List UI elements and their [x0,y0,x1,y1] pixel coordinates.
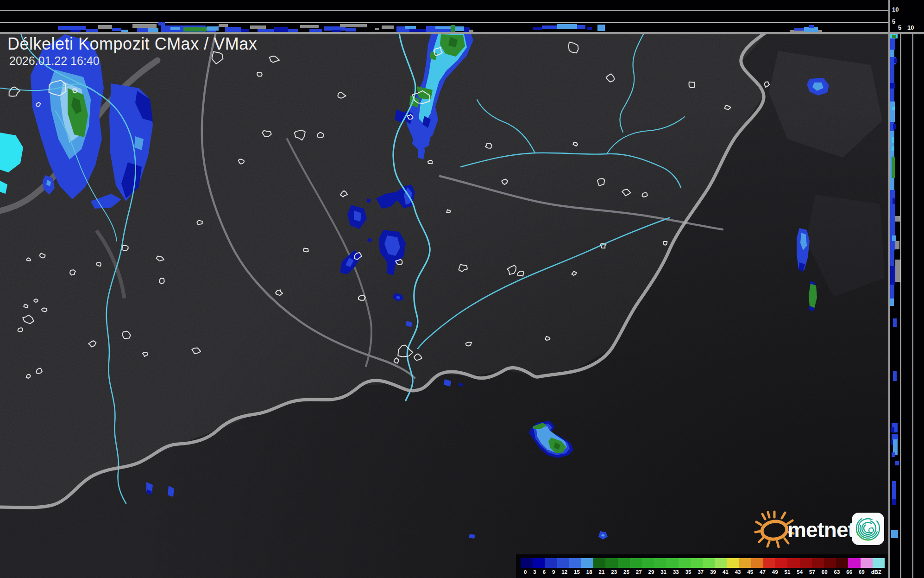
profile-echo-block [890,131,894,157]
profile-echo-block [892,434,898,440]
profile-echo-block [332,30,341,32]
profile-echo-block [455,26,464,31]
colorbar-swatch [521,558,533,568]
profile-echo-block [300,25,319,28]
panel-separator-vertical [888,0,890,578]
profile-echo-block [890,299,894,306]
colorbar-swatch [557,558,569,568]
right-axis-label-5km: 5 [898,25,901,31]
profile-echo-block [893,318,897,327]
colorbar-swatch [679,558,691,568]
profile-echo-block [207,26,219,31]
colorbar-tick-label: 45 [744,569,756,576]
map-area [0,0,889,578]
colorbar-swatch [763,558,775,568]
colorbar-swatch [654,558,666,568]
colorbar-tick-label: 49 [769,569,781,576]
profile-echo-block [893,124,896,129]
colorbar-tick-label: 29 [645,569,658,576]
colorbar-swatch [873,558,885,568]
profile-echo-block [895,216,900,222]
profile-echo-block [892,499,896,505]
profile-echo-block [891,427,894,432]
colorbar-tick-label: 21 [596,569,608,576]
colorbar-swatch [800,558,812,568]
profile-echo-block [375,28,379,30]
profile-echo-block [121,30,128,32]
profile-echo-block [451,25,455,32]
colorbar-tick-label: 51 [781,569,794,576]
profile-echo-block [892,137,894,143]
profile-echo-block [890,102,895,122]
colorbar-tick-label: 25 [620,569,633,576]
colorbar-swatch [715,558,727,568]
colorbar-swatch [630,558,642,568]
colorbar-tick-label: 57 [806,569,818,576]
profile-echo-block [241,29,249,32]
profile-echo-block [346,28,356,32]
profile-echo-block [892,452,895,457]
colorbar-swatch [836,558,848,568]
profile-echo-block [895,461,899,465]
colorbar-swatch [666,558,678,568]
colorbar-swatch [703,558,715,568]
profile-echo-block [225,27,241,32]
colorbar-tick-label: 66 [843,569,855,576]
radar-map-canvas [0,0,924,578]
right-axis-label-10km: 10 [907,25,914,31]
profile-echo-block [890,250,894,266]
profile-echo-block [533,27,542,30]
profile-echo-block [894,58,897,63]
colorbar-tick-label: 12 [558,569,571,576]
colorbar-swatch [605,558,617,568]
colorbar-unit-label: dBZ [868,569,885,576]
profile-echo-block [890,50,894,57]
colorbar-tick-label: 41 [719,569,732,576]
colorbar-tick-label: 43 [732,569,744,576]
metnet-app-spiral-icon [852,513,884,545]
colorbar-swatch-row [521,558,885,568]
profile-echo-block [794,28,805,31]
colorbar-swatch [787,558,799,568]
colorbar-swatch [848,558,860,568]
profile-echo-block [890,178,894,190]
profile-echo-block [890,266,895,285]
colorbar-swatch [618,558,630,568]
profile-echo-block [148,28,158,32]
colorbar-tick-label: 0 [521,569,530,576]
profile-echo-block [577,25,585,29]
profile-echo-block [895,260,900,282]
profile-echo-block [895,241,899,249]
profile-echo-block [382,25,394,29]
colorbar-tick-label: 35 [682,569,695,576]
profile-echo-block [891,530,898,538]
colorbar-swatch [824,558,836,568]
colorbar-tick-label: 37 [694,569,707,576]
timestamp: 2026.01.22 16:40 [9,54,100,68]
profile-echo-block [288,29,298,32]
colorbar-tick-label: 47 [756,569,769,576]
colorbar-tick-label: 63 [831,569,843,576]
profile-echo-block [405,26,416,29]
profile-echo-block [58,26,86,30]
colorbar-swatch [545,558,557,568]
vertical-profile-right-panel [890,0,924,578]
colorbar-tick-label: 18 [583,569,596,576]
colorbar-tick-label: 6 [540,569,549,576]
colorbar-swatch [751,558,763,568]
profile-echo-block [158,22,165,25]
colorbar-tick-row: 0369121518212325272931333537394143454749… [521,569,885,576]
colorbar-swatch [861,558,873,568]
colorbar-tick-label: 9 [549,569,558,576]
dbz-colorbar: 0369121518212325272931333537394143454749… [516,554,888,578]
colorbar-swatch [739,558,751,568]
profile-echo-block [892,235,896,241]
profile-echo-block [893,371,897,381]
profile-echo-block [219,24,228,27]
radar-composite-viewer: Délkeleti Kompozit CMax / VMax 2026.01.2… [0,0,924,578]
profile-echo-block [597,25,605,31]
profile-echo-block [183,27,207,32]
profile-echo-block [86,29,98,32]
profile-echo-block [890,218,895,232]
profile-echo-block [469,30,473,32]
